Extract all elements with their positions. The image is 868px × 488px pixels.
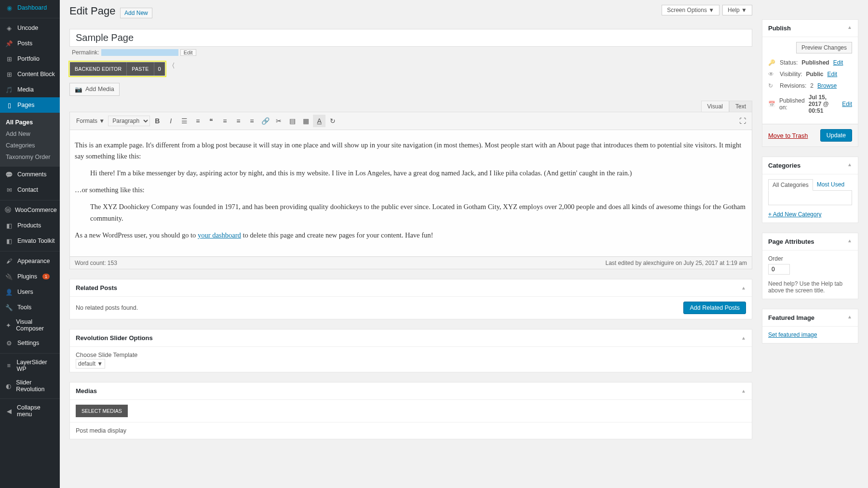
- permalink-edit-button[interactable]: Edit: [180, 49, 196, 56]
- publish-title: Publish: [768, 25, 791, 32]
- fullscreen-button[interactable]: ⛶: [736, 115, 749, 127]
- order-input[interactable]: [768, 264, 790, 275]
- sidebar-item-collapse[interactable]: ◀Collapse menu: [0, 401, 60, 421]
- tab-text[interactable]: Text: [729, 101, 752, 112]
- grid-icon: ⊞: [5, 54, 14, 63]
- unlink-button[interactable]: ✂: [272, 115, 285, 127]
- preview-changes-button[interactable]: Preview Changes: [796, 42, 852, 53]
- sidebar-item-users[interactable]: 👤Users: [0, 284, 60, 300]
- toggle-icon[interactable]: ▲: [741, 285, 746, 290]
- sidebar-item-visualcomposer[interactable]: ✦Visual Composer: [0, 315, 60, 335]
- paragraph-dropdown[interactable]: Paragraph: [108, 116, 150, 126]
- sidebar-item-sliderrev[interactable]: ◐Slider Revolution: [0, 376, 60, 396]
- set-featured-image-link[interactable]: Set featured image: [768, 331, 817, 338]
- sidebar-item-products[interactable]: ◧Products: [0, 218, 60, 233]
- content-bq1: Hi there! I'm a bike messenger by day, a…: [90, 168, 747, 179]
- page-icon: ▯: [5, 101, 14, 109]
- sidebar-item-contentblock[interactable]: ⊞Content Block: [0, 66, 60, 82]
- submenu-categories[interactable]: Categories: [0, 140, 60, 151]
- cat-tab-all[interactable]: All Categories: [768, 179, 813, 191]
- toggle-icon[interactable]: ▲: [847, 162, 852, 169]
- screen-options-button[interactable]: Screen Options ▼: [662, 5, 719, 15]
- ol-button[interactable]: ≡: [191, 115, 204, 127]
- toggle-icon[interactable]: ▲: [847, 238, 852, 245]
- revisions-icon: ↻: [768, 82, 776, 89]
- related-posts-none: No related posts found.: [76, 304, 138, 311]
- editor-count: 0: [154, 62, 165, 76]
- woo-icon: Ⓦ: [5, 206, 11, 214]
- word-count: Word count: 153: [75, 260, 117, 266]
- sidebar-item-posts[interactable]: 📌Posts: [0, 36, 60, 51]
- toggle-icon[interactable]: ▲: [741, 388, 746, 394]
- slider-icon: ◐: [5, 382, 12, 390]
- featured-image-title: Featured Image: [768, 314, 814, 321]
- tab-visual[interactable]: Visual: [701, 101, 729, 112]
- formats-dropdown[interactable]: Formats ▼: [74, 116, 107, 126]
- toggle-icon[interactable]: ▲: [741, 335, 746, 341]
- add-media-button[interactable]: 📷 Add Media: [69, 83, 120, 96]
- select-medias-button[interactable]: SELECT MEDIAS: [76, 405, 128, 417]
- sidebar-item-layerslider[interactable]: ≡LayerSlider WP: [0, 356, 60, 376]
- sidebar-item-pages[interactable]: ▯Pages: [0, 97, 60, 113]
- visibility-edit-link[interactable]: Edit: [827, 71, 837, 78]
- align-center-button[interactable]: ≡: [232, 115, 244, 127]
- permalink-url[interactable]: [101, 49, 178, 56]
- sidebar-item-tools[interactable]: 🔧Tools: [0, 300, 60, 315]
- revslider-select[interactable]: default ▼: [76, 359, 105, 369]
- editor-content[interactable]: This is an example page. It's different …: [69, 130, 752, 257]
- table-button[interactable]: ▦: [299, 115, 312, 127]
- sidebar-item-portfolio[interactable]: ⊞Portfolio: [0, 51, 60, 66]
- add-related-posts-button[interactable]: Add Related Posts: [683, 302, 746, 314]
- paste-button[interactable]: PASTE: [126, 62, 153, 76]
- submenu-all-pages[interactable]: All Pages: [0, 117, 60, 128]
- medias-title: Medias: [76, 387, 97, 395]
- more-button[interactable]: ▤: [286, 115, 298, 127]
- chevron-left-icon[interactable]: 〈: [168, 62, 175, 70]
- sidebar-item-woocommerce[interactable]: ⓌWooCommerce: [0, 202, 60, 218]
- link-button[interactable]: 🔗: [259, 115, 271, 127]
- help-button[interactable]: Help ▼: [722, 5, 752, 15]
- sidebar-item-appearance[interactable]: 🖌Appearance: [0, 253, 60, 269]
- italic-button[interactable]: I: [164, 115, 177, 127]
- help-text: Need help? Use the Help tab above the sc…: [768, 280, 852, 294]
- sidebar-item-plugins[interactable]: 🔌Plugins1: [0, 269, 60, 284]
- toggle-icon[interactable]: ▲: [847, 25, 852, 32]
- last-edited: Last edited by alexchiguire on July 25, …: [605, 260, 747, 266]
- refresh-button[interactable]: ↻: [326, 115, 339, 127]
- cat-tab-most[interactable]: Most Used: [813, 179, 848, 190]
- sidebar-item-uncode[interactable]: ◈Uncode: [0, 20, 60, 36]
- browse-link[interactable]: Browse: [817, 82, 837, 89]
- submenu-add-new[interactable]: Add New: [0, 128, 60, 140]
- sidebar-submenu: All Pages Add New Categories Taxonomy Or…: [0, 113, 60, 167]
- sidebar-item-comments[interactable]: 💬Comments: [0, 167, 60, 182]
- submenu-taxonomy[interactable]: Taxonomy Order: [0, 151, 60, 163]
- media-icon: 🎵: [5, 85, 14, 94]
- backend-editor-button[interactable]: BACKEND EDITOR: [70, 62, 126, 76]
- quote-button[interactable]: ❝: [205, 115, 217, 127]
- sidebar-item-envato[interactable]: ◧Envato Toolkit: [0, 233, 60, 249]
- page-title-input[interactable]: [69, 29, 752, 47]
- dashboard-link[interactable]: your dashboard: [198, 231, 241, 239]
- bold-button[interactable]: B: [151, 115, 163, 127]
- toggle-icon[interactable]: ▲: [847, 314, 852, 321]
- add-new-button[interactable]: Add New: [120, 8, 152, 18]
- sidebar-item-settings[interactable]: ⚙Settings: [0, 335, 60, 351]
- ul-button[interactable]: ☰: [178, 115, 190, 127]
- update-button[interactable]: Update: [820, 129, 852, 142]
- sidebar-item-contact[interactable]: ✉Contact: [0, 182, 60, 198]
- sidebar-item-media[interactable]: 🎵Media: [0, 82, 60, 97]
- align-right-button[interactable]: ≡: [245, 115, 258, 127]
- revslider-label: Choose Slide Template: [76, 352, 746, 358]
- page-heading: Edit Page: [69, 5, 115, 17]
- textcolor-button[interactable]: A: [313, 115, 326, 127]
- move-to-trash-link[interactable]: Move to Trash: [768, 132, 808, 139]
- date-edit-link[interactable]: Edit: [842, 101, 852, 107]
- status-edit-link[interactable]: Edit: [833, 59, 843, 66]
- dashboard-icon: ◉: [5, 3, 14, 12]
- comment-icon: 💬: [5, 170, 14, 179]
- collapse-icon: ◀: [5, 407, 13, 415]
- content-p3: As a new WordPress user, you should go t…: [75, 230, 747, 241]
- align-left-button[interactable]: ≡: [218, 115, 231, 127]
- sidebar-item-dashboard[interactable]: ◉Dashboard: [0, 0, 60, 15]
- add-category-link[interactable]: + Add New Category: [768, 211, 821, 218]
